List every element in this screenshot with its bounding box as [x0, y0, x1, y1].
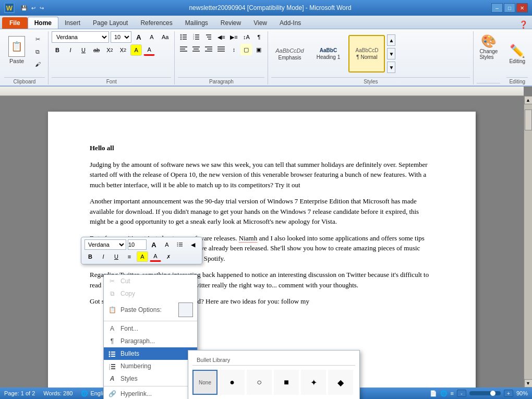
change-styles-btn[interactable]: 🎨 ChangeStyles: [477, 31, 500, 63]
style-emphasis[interactable]: AaBbCcDd Emphasis: [271, 35, 308, 72]
justify-btn[interactable]: [215, 44, 227, 55]
mini-align-btn[interactable]: ≡: [124, 251, 135, 262]
tab-insert[interactable]: Insert: [58, 17, 87, 29]
view-btn-outline[interactable]: ≡: [451, 390, 454, 396]
underline-button[interactable]: U: [78, 44, 89, 56]
decrease-indent-btn[interactable]: ◀≡: [215, 31, 227, 43]
mini-font-select[interactable]: Verdana: [84, 239, 126, 250]
zoom-in-btn[interactable]: +: [504, 390, 513, 397]
bullets-btn[interactable]: [178, 31, 189, 43]
increase-indent-btn[interactable]: ▶≡: [228, 31, 239, 43]
document-scroll-area[interactable]: Hello all Judging by the amount of softw…: [0, 96, 524, 388]
tab-add-ins[interactable]: Add-Ins: [273, 17, 307, 29]
quick-undo-btn[interactable]: ↩: [30, 4, 37, 12]
ctx-font[interactable]: A Font...: [104, 322, 197, 335]
sort-btn[interactable]: ↕A: [240, 31, 252, 43]
border-btn[interactable]: ▣: [253, 44, 264, 55]
clear-format-btn[interactable]: Aa: [159, 31, 171, 43]
zoom-slider[interactable]: [469, 391, 501, 395]
maximize-btn[interactable]: □: [504, 3, 515, 13]
mini-underline-btn[interactable]: U: [111, 251, 122, 262]
help-icon[interactable]: ❓: [519, 20, 528, 29]
ctx-copy[interactable]: ⧉ Copy: [104, 287, 197, 300]
bullet-none[interactable]: None: [192, 370, 217, 395]
text-highlight-btn[interactable]: A: [130, 44, 142, 56]
subscript-button[interactable]: X2: [104, 44, 115, 56]
scroll-thumb[interactable]: [525, 110, 532, 130]
mini-decrease-indent-btn[interactable]: ◀: [187, 239, 199, 250]
page-info: Page: 1 of 2: [4, 390, 35, 396]
cut-button[interactable]: ✂: [30, 33, 45, 45]
mini-bold-btn[interactable]: B: [84, 251, 96, 262]
line-spacing-btn[interactable]: ↕: [228, 44, 239, 55]
style-normal[interactable]: AaBbCcD ¶ Normal: [348, 35, 385, 72]
ctx-styles[interactable]: A Styles ▶: [104, 372, 197, 385]
styles-scroll-up[interactable]: ▲: [387, 34, 395, 46]
ctx-paragraph[interactable]: ¶ Paragraph...: [104, 335, 197, 347]
copy-button[interactable]: ⧉: [30, 46, 45, 57]
view-btn-print[interactable]: 📄: [430, 390, 437, 397]
quick-redo-btn[interactable]: ↪: [39, 4, 45, 12]
mini-size-input[interactable]: [128, 239, 147, 250]
paste-options-box[interactable]: [178, 303, 193, 317]
font-family-select[interactable]: Verdana: [52, 31, 109, 43]
italic-button[interactable]: I: [65, 44, 76, 56]
styles-icon-ctx: A: [108, 375, 116, 382]
font-shrink-btn[interactable]: A: [146, 31, 158, 43]
superscript-button[interactable]: X2: [117, 44, 129, 56]
tab-file[interactable]: File: [2, 17, 28, 29]
mini-font-color-btn[interactable]: A: [150, 251, 161, 262]
numbering-btn[interactable]: 123: [190, 31, 202, 43]
ctx-paste-options[interactable]: 📋 Paste Options:: [104, 300, 197, 320]
scroll-up-btn[interactable]: ▲: [524, 96, 533, 104]
styles-expand[interactable]: ▼: [387, 62, 395, 73]
mini-italic-btn[interactable]: I: [98, 251, 109, 262]
align-right-btn[interactable]: [203, 44, 214, 55]
mini-clear-btn[interactable]: ✗: [163, 251, 174, 262]
mini-grow-btn[interactable]: A: [148, 239, 160, 250]
shading-btn[interactable]: ▢: [240, 44, 252, 55]
style-heading1[interactable]: AaBbC Heading 1: [310, 35, 346, 72]
ctx-hyperlink[interactable]: 🔗 Hyperlink...: [104, 388, 197, 399]
font-size-select[interactable]: 10: [111, 31, 131, 43]
show-marks-btn[interactable]: ¶: [253, 31, 264, 43]
bullet-star[interactable]: ✦: [301, 370, 326, 395]
tab-references[interactable]: References: [134, 17, 178, 29]
editing-btn[interactable]: ✏️ Editing: [506, 41, 528, 67]
font-color-btn[interactable]: A: [143, 44, 155, 56]
strikethrough-button[interactable]: ab: [91, 44, 102, 56]
mini-bullet-btn[interactable]: [174, 239, 186, 250]
format-painter-button[interactable]: 🖌: [30, 58, 45, 70]
close-btn[interactable]: ✕: [516, 3, 528, 13]
view-btn-web[interactable]: 🌐: [440, 390, 448, 397]
paste-button[interactable]: 📋 Paste: [4, 31, 29, 69]
scroll-down-btn[interactable]: ▼: [524, 379, 533, 388]
zoom-out-btn[interactable]: -: [457, 390, 466, 397]
numbering-icon-ctx: 123: [108, 362, 116, 370]
ctx-numbering[interactable]: 123 Numbering ▶: [104, 360, 197, 372]
tab-review[interactable]: Review: [214, 17, 247, 29]
scrollbar-vertical[interactable]: ▲ ▼: [524, 96, 532, 388]
font-grow-btn[interactable]: A: [133, 31, 144, 43]
bold-button[interactable]: B: [52, 44, 63, 56]
minimize-btn[interactable]: –: [491, 3, 503, 13]
mini-highlight-btn[interactable]: A: [137, 251, 148, 262]
bullet-square[interactable]: ■: [274, 370, 299, 395]
bullet-open-circle[interactable]: ○: [247, 370, 272, 395]
scroll-track[interactable]: [524, 104, 532, 379]
tab-home[interactable]: Home: [28, 17, 58, 29]
tab-mailings[interactable]: Mailings: [179, 17, 214, 29]
mini-shrink-btn[interactable]: A: [161, 239, 173, 250]
multilevel-list-btn[interactable]: [203, 31, 214, 43]
bullet-filled-circle[interactable]: ●: [220, 370, 245, 395]
quick-save-btn[interactable]: 💾: [20, 4, 28, 12]
ctx-bullets[interactable]: Bullets ▶: [104, 347, 197, 360]
bullet-grid: None ● ○ ■ ✦ ◆: [192, 370, 355, 395]
tab-page-layout[interactable]: Page Layout: [87, 17, 134, 29]
align-center-btn[interactable]: [190, 44, 202, 55]
styles-scroll-down[interactable]: ▼: [387, 48, 395, 59]
bullet-diamond[interactable]: ◆: [328, 370, 353, 395]
align-left-btn[interactable]: [178, 44, 189, 55]
tab-view[interactable]: View: [247, 17, 273, 29]
ctx-cut[interactable]: ✂ Cut: [104, 275, 197, 287]
